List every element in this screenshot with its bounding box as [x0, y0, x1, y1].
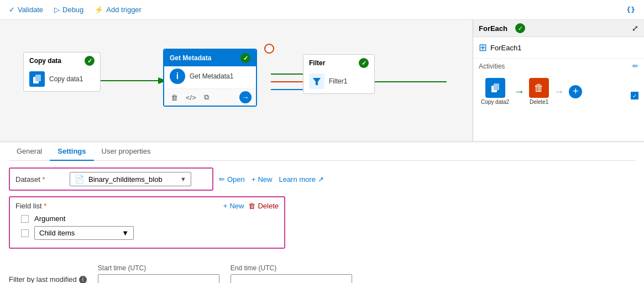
fieldlist-delete-label: Delete — [258, 202, 279, 210]
foreach-canvas: Copy data2 → 🗑 Delete1 → + — [479, 74, 638, 109]
filter-node[interactable]: Filter ✓ Filter1 — [303, 54, 375, 94]
copy-data-node[interactable]: Copy data ✓ Copy data1 — [23, 52, 101, 92]
canvas-area: Copy data ✓ Copy data1 Get Metadata ✓ i … — [0, 20, 644, 142]
svg-rect-10 — [494, 83, 499, 90]
foreach-checkbox[interactable]: ✓ — [631, 92, 638, 99]
copy-data-title: Copy data — [29, 57, 61, 65]
dataset-actions: ✏ Open + New Learn more ↗ — [219, 175, 324, 184]
copy-data-name: Copy data1 — [49, 75, 83, 83]
bottom-panel: General Settings User properties Dataset… — [0, 142, 644, 283]
fieldlist-label: Field list * — [15, 202, 65, 210]
add-trigger-label: Add trigger — [106, 6, 142, 14]
validate-label: Validate — [18, 6, 43, 14]
child-items-chevron: ▼ — [122, 229, 129, 237]
fieldlist-delete-button[interactable]: 🗑 Delete — [248, 202, 279, 210]
foreach-delete-label: Delete1 — [530, 99, 548, 105]
foreach-success: ✓ — [515, 23, 525, 33]
open-button[interactable]: ✏ Open — [219, 175, 245, 184]
child-items-row: Child items ▼ — [15, 226, 279, 240]
external-link-icon: ↗ — [318, 175, 324, 184]
dataset-file-icon: 📄 — [75, 175, 84, 184]
copy-data-icon — [29, 71, 45, 87]
end-time-col: End time (UTC) — [231, 264, 352, 283]
filter-title: Filter — [309, 59, 325, 67]
svg-point-5 — [265, 44, 274, 53]
validate-button[interactable]: ✓ Validate — [9, 6, 43, 14]
dataset-chevron-icon: ▼ — [180, 176, 186, 182]
fieldlist-new-label: New — [229, 202, 244, 210]
foreach-activities-label-row: Activities ✏ — [479, 62, 638, 70]
tab-user-properties[interactable]: User properties — [94, 143, 159, 161]
foreach-copy-node[interactable]: Copy data2 — [481, 78, 509, 105]
foreach-name-row: ⊞ ForEach1 — [473, 37, 644, 59]
foreach-edit-button[interactable]: ✏ — [632, 62, 638, 70]
new-dataset-label: New — [258, 175, 272, 184]
get-metadata-toolbar: 🗑 </> ⧉ → — [164, 88, 256, 106]
foreach-title-row: ForEach ✓ — [479, 23, 525, 33]
foreach-add-button[interactable]: + — [569, 85, 582, 98]
copy-data-success: ✓ — [85, 56, 95, 66]
get-metadata-name: Get Metadata1 — [190, 72, 233, 80]
foreach-delete-icon: 🗑 — [529, 78, 549, 98]
learn-more-label: Learn more — [279, 175, 315, 184]
dataset-label: Dataset * — [15, 175, 65, 184]
delete-node-button[interactable]: 🗑 — [169, 92, 180, 103]
filter-name: Filter1 — [329, 77, 347, 85]
validate-icon: ✓ — [9, 6, 15, 14]
filter-label: Filter by last modified i — [9, 264, 87, 283]
foreach-arrow2: → — [553, 85, 564, 98]
fieldlist-actions: + New 🗑 Delete — [223, 202, 279, 210]
child-items-select[interactable]: Child items ▼ — [34, 226, 134, 240]
foreach-title: ForEach — [479, 24, 507, 33]
add-trigger-button[interactable]: ⚡ Add trigger — [95, 6, 142, 14]
svg-rect-7 — [35, 75, 41, 81]
learn-more-button[interactable]: Learn more ↗ — [279, 175, 323, 184]
fieldlist-new-button[interactable]: + New — [223, 202, 244, 210]
code-node-button[interactable]: </> — [184, 92, 198, 103]
get-metadata-node[interactable]: Get Metadata ✓ i Get Metadata1 🗑 </> ⧉ → — [163, 49, 257, 107]
foreach-copy-icon — [485, 78, 505, 98]
info-icon: i — [79, 276, 87, 284]
filter-body: Filter1 — [303, 71, 374, 93]
start-time-input[interactable] — [98, 274, 219, 283]
foreach-activities-text: Activities — [479, 62, 505, 70]
foreach-expand-button[interactable]: ⤢ — [632, 24, 638, 33]
end-time-label: End time (UTC) — [231, 264, 352, 272]
copy-node-button[interactable]: ⧉ — [202, 92, 211, 103]
next-node-button[interactable]: → — [239, 91, 252, 103]
plus-icon: + — [252, 175, 256, 184]
argument-row: Argument — [15, 214, 279, 223]
debug-button[interactable]: ▷ Debug — [54, 6, 83, 14]
get-metadata-header: Get Metadata ✓ — [164, 50, 256, 66]
argument-label: Argument — [34, 214, 65, 223]
fieldlist-header: Field list * + New 🗑 Delete — [15, 202, 279, 210]
start-time-col: Start time (UTC) — [98, 264, 219, 283]
tabs: General Settings User properties — [9, 143, 635, 161]
foreach-activities: Activities ✏ Copy data2 → 🗑 Delete1 → + — [473, 59, 644, 113]
filter-header: Filter ✓ — [303, 55, 374, 71]
filter-label-text: Filter by last modified — [9, 275, 77, 283]
get-metadata-success: ✓ — [240, 53, 250, 63]
settings-content: Dataset * 📄 Binary_childitems_blob ▼ ✏ O… — [9, 161, 635, 283]
foreach-panel: ForEach ✓ ⤢ ⊞ ForEach1 Activities ✏ — [473, 20, 644, 142]
argument-checkbox[interactable] — [21, 215, 29, 223]
filter-success: ✓ — [359, 58, 369, 68]
child-items-checkbox[interactable] — [21, 229, 29, 237]
copy-data-body: Copy data1 — [24, 69, 100, 91]
debug-label: Debug — [62, 6, 83, 14]
svg-marker-8 — [313, 78, 321, 85]
tab-general[interactable]: General — [9, 143, 50, 161]
get-metadata-icon: i — [170, 69, 185, 84]
child-items-value: Child items — [39, 229, 75, 237]
debug-icon: ▷ — [54, 6, 60, 14]
code-button[interactable]: {} — [626, 6, 635, 14]
dataset-row: Dataset * 📄 Binary_childitems_blob ▼ ✏ O… — [9, 167, 635, 191]
fieldlist-plus-icon: + — [223, 202, 228, 210]
dataset-select[interactable]: 📄 Binary_childitems_blob ▼ — [70, 172, 191, 186]
lightning-icon: ⚡ — [95, 6, 103, 14]
open-label: Open — [227, 175, 245, 184]
end-time-input[interactable] — [231, 274, 352, 283]
foreach-delete-node[interactable]: 🗑 Delete1 — [529, 78, 549, 105]
new-dataset-button[interactable]: + New — [252, 175, 273, 184]
tab-settings[interactable]: Settings — [50, 143, 93, 161]
